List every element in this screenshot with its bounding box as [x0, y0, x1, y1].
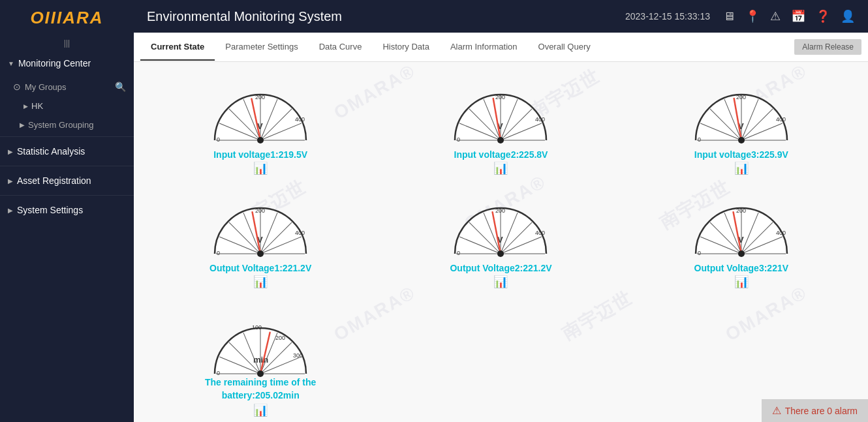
divider-3	[0, 195, 134, 196]
svg-text:200: 200	[275, 335, 285, 341]
tab-history-data[interactable]: History Data	[372, 34, 440, 61]
svg-text:0: 0	[457, 136, 460, 143]
gauge-input-voltage-1: 0 200 400 V	[147, 72, 374, 179]
svg-point-74	[497, 250, 504, 257]
gauge-label-input-voltage-1: Input voltage1:219.5V	[213, 149, 307, 160]
header-icons: 🖥 📍 ⚠ 📅 ❓ 👤	[723, 9, 855, 23]
sidebar-item-my-groups[interactable]: ⊙ My Groups 🔍	[0, 76, 134, 97]
chart-bar-icon-5[interactable]: 📊	[493, 275, 508, 289]
gauge-output-voltage-3: 0 200 400 V	[628, 185, 855, 292]
alarm-bar-text: There are 0 alarm	[785, 406, 858, 416]
arrow-icon-3: ▶	[8, 177, 13, 185]
svg-text:400: 400	[295, 116, 305, 123]
gauge-svg-output-voltage-2: 0 200 400 V	[445, 192, 556, 260]
chart-bar-icon-3[interactable]: 📊	[734, 161, 749, 175]
svg-point-105	[257, 370, 264, 377]
sidebar-item-monitoring-center[interactable]: ▼ Monitoring Center	[0, 50, 134, 76]
svg-text:400: 400	[776, 230, 786, 236]
alarm-release-button[interactable]: Alarm Release	[794, 39, 861, 55]
sidebar-item-system-settings[interactable]: ▶ System Settings	[0, 197, 134, 223]
logo: OIIIARA	[0, 0, 134, 36]
svg-point-29	[497, 137, 504, 143]
svg-text:400: 400	[535, 230, 545, 236]
main-content: Environmental Monitoring System 2023-12-…	[134, 0, 868, 422]
gauge-svg-input-voltage-1: 0 200 400 V	[205, 78, 316, 147]
tab-parameter-settings[interactable]: Parameter Settings	[215, 34, 308, 61]
gear-icon: ⊙	[13, 82, 21, 92]
arrow-icon-4: ▶	[8, 207, 13, 214]
chart-bar-icon-4[interactable]: 📊	[253, 275, 268, 289]
asset-registration-label: Asset Registration	[17, 175, 91, 186]
gauges-grid: 0 200 400 V	[147, 68, 855, 421]
svg-text:400: 400	[776, 116, 786, 123]
tab-alarm-information[interactable]: Alarm Information	[440, 34, 528, 61]
svg-text:400: 400	[295, 230, 305, 236]
sidebar: OIIIARA ||| ▼ Monitoring Center ⊙ My Gro…	[0, 0, 134, 422]
hk-label: HK	[31, 101, 43, 111]
alarm-bar[interactable]: ⚠ There are 0 alarm	[762, 399, 868, 422]
arrow-icon: ▼	[8, 60, 14, 67]
logo-text: OIIIARA	[30, 8, 103, 28]
content-area: OMARA® 南宇迈世 OMARA® 南宇迈世 OMARA® 南宇迈世 OMAR…	[134, 62, 868, 422]
chart-bar-icon-7[interactable]: 📊	[253, 403, 268, 417]
tab-current-state[interactable]: Current State	[140, 34, 215, 61]
svg-text:0: 0	[217, 370, 220, 376]
gauge-label-input-voltage-3: Input voltage3:225.9V	[694, 149, 788, 160]
my-groups-label: My Groups	[25, 82, 67, 92]
monitor-icon[interactable]: 🖥	[723, 10, 735, 23]
sidebar-item-asset-registration[interactable]: ▶ Asset Registration	[0, 168, 134, 194]
arrow-right-icon: ▶	[20, 121, 25, 128]
user-icon[interactable]: 👤	[841, 9, 855, 23]
svg-text:0: 0	[217, 136, 220, 143]
gauge-svg-input-voltage-2: 0 200 400 V	[445, 78, 556, 147]
system-grouping-label: System Grouping	[28, 120, 93, 130]
svg-text:0: 0	[698, 250, 701, 256]
divider-2	[0, 166, 134, 166]
divider	[0, 136, 134, 137]
calendar-icon[interactable]: 📅	[791, 9, 805, 23]
gauge-svg-output-voltage-3: 0 200 400 V	[686, 192, 797, 260]
chart-bar-icon-2[interactable]: 📊	[493, 161, 508, 175]
tab-bar: Current State Parameter Settings Data Cu…	[134, 33, 868, 62]
sidebar-collapse-button[interactable]: |||	[0, 36, 134, 50]
tab-overall-query[interactable]: Overall Query	[528, 34, 601, 61]
svg-text:0: 0	[457, 250, 460, 256]
sidebar-section-label: Monitoring Center	[18, 58, 91, 68]
header: Environmental Monitoring System 2023-12-…	[134, 0, 868, 33]
help-icon[interactable]: ❓	[816, 9, 830, 23]
arrow-icon-2: ▶	[8, 148, 13, 155]
gauge-input-voltage-2: 0 200 400 V	[387, 72, 614, 179]
gauge-label-output-voltage-3: Output Voltage3:221V	[694, 263, 788, 273]
svg-text:0: 0	[698, 136, 701, 143]
gauge-svg-input-voltage-3: 0 200 400 V	[686, 78, 797, 147]
gauge-input-voltage-3: 0 200 400 V	[628, 72, 855, 179]
chart-bar-icon-1[interactable]: 📊	[253, 161, 268, 175]
gauge-label-output-voltage-2: Output Voltage2:221.2V	[450, 263, 551, 273]
gauge-label-input-voltage-2: Input voltage2:225.8V	[454, 149, 548, 160]
tab-data-curve[interactable]: Data Curve	[309, 34, 373, 61]
sidebar-item-hk[interactable]: HK	[0, 97, 134, 115]
gauge-svg-output-voltage-1: 0 200 400 V	[205, 192, 316, 260]
gauge-output-voltage-2: 0 200 400 V	[387, 185, 614, 292]
alarm-triangle-icon: ⚠	[772, 404, 781, 417]
location-icon[interactable]: 📍	[745, 9, 760, 23]
svg-text:300: 300	[293, 352, 303, 359]
svg-text:400: 400	[535, 116, 545, 123]
sidebar-item-system-grouping[interactable]: ▶ System Grouping	[0, 115, 134, 135]
system-settings-label: System Settings	[17, 205, 83, 215]
alert-icon[interactable]: ⚠	[770, 9, 781, 23]
svg-text:0: 0	[217, 250, 220, 256]
header-title: Environmental Monitoring System	[147, 9, 625, 24]
svg-point-89	[738, 250, 745, 257]
search-icon[interactable]: 🔍	[115, 82, 126, 92]
svg-point-44	[738, 137, 745, 143]
statistic-analysis-label: Statistic Analysis	[17, 146, 85, 157]
gauge-battery-remaining: 0 100 200 300 min	[147, 299, 374, 421]
sidebar-item-statistic-analysis[interactable]: ▶ Statistic Analysis	[0, 138, 134, 164]
chart-bar-icon-6[interactable]: 📊	[734, 275, 749, 289]
svg-point-14	[257, 137, 264, 143]
gauge-label-output-voltage-1: Output Voltage1:221.2V	[209, 263, 311, 273]
header-datetime: 2023-12-15 15:33:13	[625, 11, 710, 22]
gauge-svg-battery: 0 100 200 300 min	[205, 305, 316, 374]
gauge-output-voltage-1: 0 200 400 V	[147, 185, 374, 292]
